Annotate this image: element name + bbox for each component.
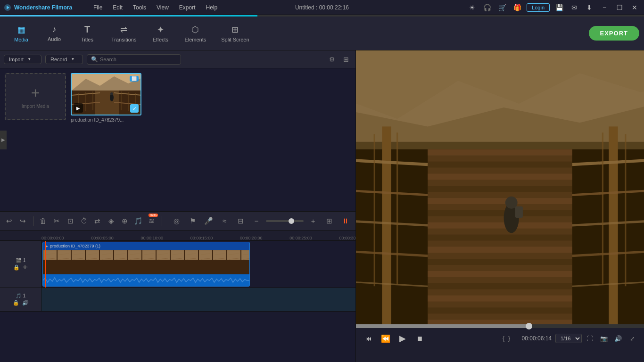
- media-thumbnail[interactable]: ⬜ ▶ ✓ production ID_4782379...: [71, 73, 141, 123]
- audio-lock-icon[interactable]: 🔒: [13, 300, 19, 306]
- preview-progress-bar[interactable]: [356, 324, 644, 328]
- fullscreen-button[interactable]: ⛶: [584, 332, 596, 345]
- minimize-button[interactable]: −: [599, 2, 610, 13]
- video-track-content[interactable]: ▶ production ID_4782379 (1): [41, 241, 355, 288]
- import-dropdown[interactable]: Import ▼: [4, 55, 41, 64]
- play-back-button[interactable]: ⏪: [379, 331, 393, 346]
- audio-volume-icon[interactable]: 🔊: [22, 300, 29, 306]
- play-button[interactable]: ▶: [396, 331, 410, 346]
- record-dropdown[interactable]: Record ▼: [45, 55, 83, 64]
- ruler-tick: 00:00:00:00: [41, 236, 64, 240]
- stabilize-button[interactable]: ◈: [106, 214, 116, 228]
- ai-audio-button[interactable]: ≋ Beta: [146, 214, 157, 228]
- search-box[interactable]: 🔍: [87, 54, 181, 65]
- import-media-tile[interactable]: + Import Media: [5, 73, 66, 120]
- toolbar-effects[interactable]: ✦ Effects: [144, 22, 177, 45]
- cut-button[interactable]: ✂: [51, 214, 62, 228]
- mirror-button[interactable]: ⇄: [92, 214, 103, 228]
- speed-button[interactable]: ⏱: [79, 214, 90, 228]
- ruler-tick: 00:00:25:00: [289, 236, 312, 240]
- progress-thumb[interactable]: [526, 323, 532, 329]
- undo-button[interactable]: ↩: [4, 214, 15, 228]
- svg-rect-24: [43, 250, 249, 274]
- marker-button[interactable]: ⚑: [186, 214, 199, 228]
- cart-icon[interactable]: 🛒: [496, 2, 508, 13]
- preview-panel: ⏮ ⏪ ▶ ⏹ { } 00:00:06:14 1/16 1/8: [356, 50, 644, 362]
- maximize-button[interactable]: ❐: [614, 2, 625, 13]
- zoom-slider[interactable]: [266, 220, 304, 222]
- toolbar-media[interactable]: ▦ Media: [5, 22, 38, 45]
- preview-area: [356, 50, 644, 324]
- crop-button[interactable]: ⊡: [65, 214, 76, 228]
- subtitle-button[interactable]: ⊟: [234, 214, 247, 228]
- effects-icon: ✦: [157, 25, 164, 35]
- quality-selector[interactable]: 1/16 1/8 1/4 1/2 Full: [555, 334, 582, 343]
- left-panel: Import ▼ Record ▼ 🔍 ⚙ ⊞ ▶: [0, 50, 356, 362]
- toolbar-splitscreen[interactable]: ⊞ Split Screen: [214, 22, 256, 45]
- marker-out-icon[interactable]: }: [508, 335, 510, 342]
- gift-icon[interactable]: 🎁: [512, 2, 523, 13]
- svg-rect-5: [95, 90, 119, 115]
- audio-mix-button[interactable]: ≈: [218, 214, 231, 228]
- menu-tools[interactable]: Tools: [128, 2, 151, 13]
- pause-resume-button[interactable]: ⏸: [339, 214, 352, 228]
- search-icon: 🔍: [91, 56, 98, 63]
- export-button[interactable]: EXPORT: [589, 26, 639, 41]
- close-button[interactable]: ✕: [629, 2, 640, 13]
- voice-button[interactable]: 🎵: [133, 214, 144, 228]
- video-track-icon: 🎬: [16, 258, 21, 263]
- volume-button[interactable]: 🔊: [612, 332, 624, 345]
- sidebar-expand-arrow[interactable]: ▶: [0, 131, 7, 149]
- record-arrow-icon: ▼: [71, 57, 74, 61]
- save-icon[interactable]: 💾: [553, 2, 565, 13]
- toolbar-elements[interactable]: ⬡ Elements: [177, 22, 214, 45]
- fit-button[interactable]: ⊞: [322, 214, 336, 228]
- mail-icon[interactable]: ✉: [569, 2, 580, 13]
- voiceover-button[interactable]: 🎤: [202, 214, 215, 228]
- import-tile-label: Import Media: [22, 104, 49, 109]
- search-input[interactable]: [100, 57, 177, 62]
- redo-button[interactable]: ↪: [17, 214, 28, 228]
- menu-help[interactable]: Help: [201, 2, 223, 13]
- beta-badge: Beta: [149, 214, 158, 217]
- splitscreen-icon: ⊞: [231, 25, 239, 35]
- zoom-thumb[interactable]: [289, 218, 294, 224]
- top-progress-bar: [0, 15, 644, 16]
- prev-frame-button[interactable]: ⏮: [362, 331, 376, 346]
- filter-icon[interactable]: ⚙: [326, 54, 338, 65]
- toolbar-transitions[interactable]: ⇌ Transitions: [104, 22, 144, 45]
- zoom-out-button[interactable]: −: [250, 214, 263, 228]
- timeline-toolbar: ↩ ↪ 🗑 ✂ ⊡ ⏱ ⇄ ◈ ⊕ 🎵 ≋ Beta ◎ ⚑: [0, 212, 355, 230]
- stop-button[interactable]: ⏹: [413, 331, 427, 346]
- toolbar-titles[interactable]: T Titles: [71, 21, 104, 45]
- snap-button[interactable]: ◎: [170, 214, 183, 228]
- timeline-video-clip[interactable]: ▶ production ID_4782379 (1): [42, 242, 250, 287]
- screenshot-button[interactable]: 📷: [598, 332, 610, 345]
- ruler-tick: 00:00:05:00: [91, 236, 114, 240]
- grid-view-icon[interactable]: ⊞: [340, 54, 352, 65]
- video-eye-icon[interactable]: 👁: [23, 264, 28, 271]
- audio-track-content[interactable]: [41, 288, 355, 311]
- menu-view[interactable]: View: [152, 2, 173, 13]
- delete-button[interactable]: 🗑: [38, 214, 49, 228]
- audio-track-icon: 🎵: [16, 293, 21, 298]
- menu-export[interactable]: Export: [174, 2, 200, 13]
- menu-file[interactable]: File: [89, 2, 107, 13]
- marker-in-icon[interactable]: {: [503, 335, 504, 342]
- login-button[interactable]: Login: [527, 3, 550, 12]
- headphone-icon[interactable]: 🎧: [481, 2, 493, 13]
- expand-button[interactable]: ⤢: [626, 332, 638, 345]
- toolbar-audio[interactable]: ♪ Audio: [38, 22, 71, 45]
- zoom-track[interactable]: [266, 220, 304, 222]
- svg-point-17: [110, 92, 113, 95]
- effects-button[interactable]: ⊕: [119, 214, 130, 228]
- download-icon[interactable]: ⬇: [584, 2, 595, 13]
- video-lock-icon[interactable]: 🔒: [13, 264, 20, 271]
- zoom-in-button[interactable]: +: [306, 214, 320, 228]
- ruler-tick: 00:00:20:00: [240, 236, 263, 240]
- preview-controls: ⏮ ⏪ ▶ ⏹ { } 00:00:06:14 1/16 1/8: [356, 324, 644, 362]
- sun-icon[interactable]: ☀: [466, 2, 478, 13]
- menu-edit[interactable]: Edit: [108, 2, 127, 13]
- audio-track-header: 🎵 1 🔒 🔊: [0, 288, 41, 311]
- media-icon: ▦: [17, 25, 25, 35]
